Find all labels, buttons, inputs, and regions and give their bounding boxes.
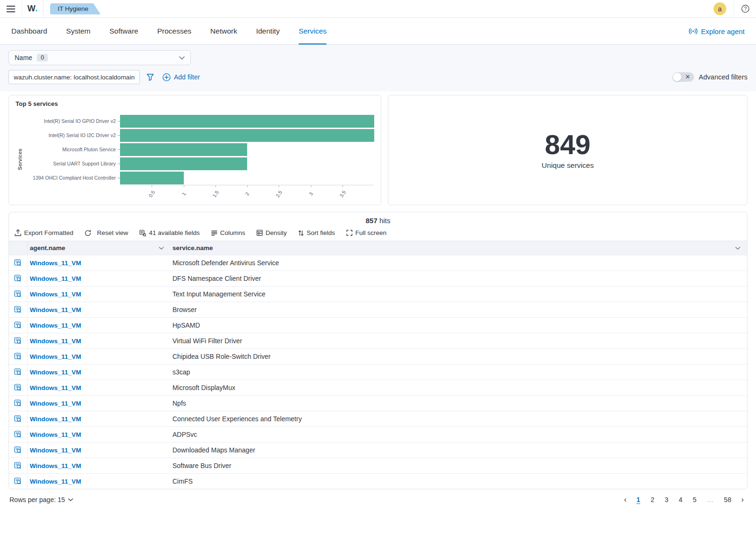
agent-name-link[interactable]: Windows_11_VM <box>30 431 81 438</box>
page-button-58[interactable]: 58 <box>721 495 735 504</box>
service-name-cell: Connected User Experiences and Telemetry <box>169 415 747 423</box>
page-button-5[interactable]: 5 <box>689 495 700 504</box>
page-button-4[interactable]: 4 <box>676 495 686 504</box>
previous-page-button[interactable]: ‹ <box>621 495 629 504</box>
inspect-document-icon[interactable] <box>9 396 28 411</box>
inspect-document-icon[interactable] <box>9 302 28 317</box>
explore-agent-button[interactable]: Explore agent <box>689 18 745 44</box>
visualization-row: Top 5 services Services Intel(R) Serial … <box>0 91 756 205</box>
agent-name-link[interactable]: Windows_11_VM <box>30 353 81 360</box>
agent-name-link[interactable]: Windows_11_VM <box>30 369 81 376</box>
tab-identity[interactable]: Identity <box>256 18 280 44</box>
tab-network[interactable]: Network <box>210 18 237 44</box>
tab-system[interactable]: System <box>66 18 91 44</box>
toggle-knob <box>673 73 681 81</box>
chart-bar[interactable] <box>120 157 247 170</box>
filter-funnel-icon[interactable] <box>146 73 154 81</box>
inspect-document-icon[interactable] <box>9 349 28 364</box>
tab-software[interactable]: Software <box>110 18 138 44</box>
agent-name-cell: Windows_11_VM <box>28 415 169 423</box>
page-button-1[interactable]: 1 <box>633 495 644 504</box>
agent-name-link[interactable]: Windows_11_VM <box>30 400 81 407</box>
agent-name-link[interactable]: Windows_11_VM <box>30 260 81 267</box>
x-tick-mark <box>311 185 311 187</box>
service-name-cell: Microsoft DisplayMux <box>169 384 747 391</box>
toggle-off-x-icon: ✕ <box>685 73 690 80</box>
chart-bar[interactable] <box>120 172 184 184</box>
add-filter-button[interactable]: Add filter <box>163 73 200 81</box>
chevron-down-icon <box>68 498 73 501</box>
table-header-agent-name[interactable]: agent.name <box>28 241 169 255</box>
tab-bar: DashboardSystemSoftwareProcessesNetworkI… <box>0 18 756 45</box>
agent-name-link[interactable]: Windows_11_VM <box>30 291 81 298</box>
agent-name-link[interactable]: Windows_11_VM <box>30 447 81 454</box>
agent-name-link[interactable]: Windows_11_VM <box>30 462 81 469</box>
agent-name-link[interactable]: Windows_11_VM <box>30 384 81 391</box>
breadcrumb[interactable]: IT Hygiene <box>50 3 101 15</box>
agent-name-link[interactable]: Windows_11_VM <box>30 478 81 485</box>
service-name-cell: Browser <box>169 306 747 313</box>
service-name-cell: DFS Namespace Client Driver <box>169 275 747 282</box>
inspect-document-icon[interactable] <box>9 271 28 286</box>
metric-label: Unique services <box>541 161 593 170</box>
page-button-3[interactable]: 3 <box>662 495 672 504</box>
inspect-document-icon[interactable] <box>9 411 28 426</box>
chart-bars: Intel(R) Serial IO GPIO Driver v2Intel(R… <box>24 114 374 185</box>
app-logo[interactable]: W. <box>22 4 43 14</box>
inspect-document-icon[interactable] <box>9 458 28 473</box>
chart-bar[interactable] <box>120 129 374 142</box>
export-formatted-button[interactable]: Export Formatted <box>15 229 73 236</box>
chart-bar-track <box>120 172 374 184</box>
agent-name-cell: Windows_11_VM <box>28 337 169 345</box>
add-filter-label: Add filter <box>174 73 200 81</box>
tab-processes[interactable]: Processes <box>157 18 191 44</box>
tab-dashboard[interactable]: Dashboard <box>11 18 47 44</box>
inspect-document-icon[interactable] <box>9 380 28 395</box>
columns-button[interactable]: Columns <box>211 229 245 236</box>
service-name-cell: Text Input Management Service <box>169 290 747 298</box>
inspect-document-icon[interactable] <box>9 443 28 458</box>
inspect-document-icon[interactable] <box>9 427 28 442</box>
inspect-document-icon[interactable] <box>9 333 28 348</box>
inspect-document-icon[interactable] <box>9 286 28 302</box>
unique-services-metric-panel: 849 Unique services <box>388 95 747 205</box>
chart-bar[interactable] <box>120 115 374 128</box>
table-row: Windows_11_VMMicrosoft Defender Antiviru… <box>9 255 747 270</box>
top-bar: W. IT Hygiene a ? <box>0 0 756 18</box>
next-page-button[interactable]: › <box>739 495 747 504</box>
chart-bar-row: Microsoft Pluton Service <box>24 142 374 156</box>
agent-name-link[interactable]: Windows_11_VM <box>30 338 81 345</box>
help-icon[interactable]: ? <box>734 5 756 13</box>
agent-name-link[interactable]: Windows_11_VM <box>30 416 81 423</box>
plus-circle-icon <box>163 73 171 81</box>
agent-name-link[interactable]: Windows_11_VM <box>30 306 81 313</box>
chart-bar-track <box>120 115 374 128</box>
inspect-document-icon[interactable] <box>9 474 28 489</box>
inspect-document-icon[interactable] <box>9 364 28 380</box>
reset-view-button[interactable]: Reset view <box>85 229 128 236</box>
menu-icon[interactable] <box>0 6 22 12</box>
fields-icon <box>139 230 146 236</box>
rows-per-page-selector[interactable]: Rows per page: 15 <box>9 496 73 503</box>
inspect-document-icon[interactable] <box>9 318 28 333</box>
advanced-filters-toggle[interactable]: ✕ <box>672 72 694 82</box>
page-button-2[interactable]: 2 <box>647 495 658 504</box>
density-button[interactable]: Density <box>257 229 287 236</box>
avatar[interactable]: a <box>713 2 726 15</box>
agent-name-link[interactable]: Windows_11_VM <box>30 275 81 282</box>
agent-name-cell: Windows_11_VM <box>28 462 169 469</box>
chevron-down-icon <box>159 247 164 250</box>
agent-name-cell: Windows_11_VM <box>28 368 169 376</box>
tab-services[interactable]: Services <box>299 18 326 44</box>
agent-name-cell: Windows_11_VM <box>28 290 169 298</box>
sort-fields-button[interactable]: Sort fields <box>298 229 335 236</box>
agent-name-link[interactable]: Windows_11_VM <box>30 322 81 329</box>
chart-bar[interactable] <box>120 143 247 156</box>
inspect-document-icon[interactable] <box>9 255 28 270</box>
full-screen-button[interactable]: Full screen <box>346 229 387 236</box>
table-header-service-name[interactable]: service.name <box>169 241 747 255</box>
chart-bar-track <box>120 143 374 156</box>
available-fields-button[interactable]: 41 available fields <box>139 229 199 236</box>
name-filter-select[interactable]: Name 0 <box>9 50 191 65</box>
filter-pill[interactable]: wazuh.cluster.name: localhost.localdomai… <box>9 70 140 84</box>
